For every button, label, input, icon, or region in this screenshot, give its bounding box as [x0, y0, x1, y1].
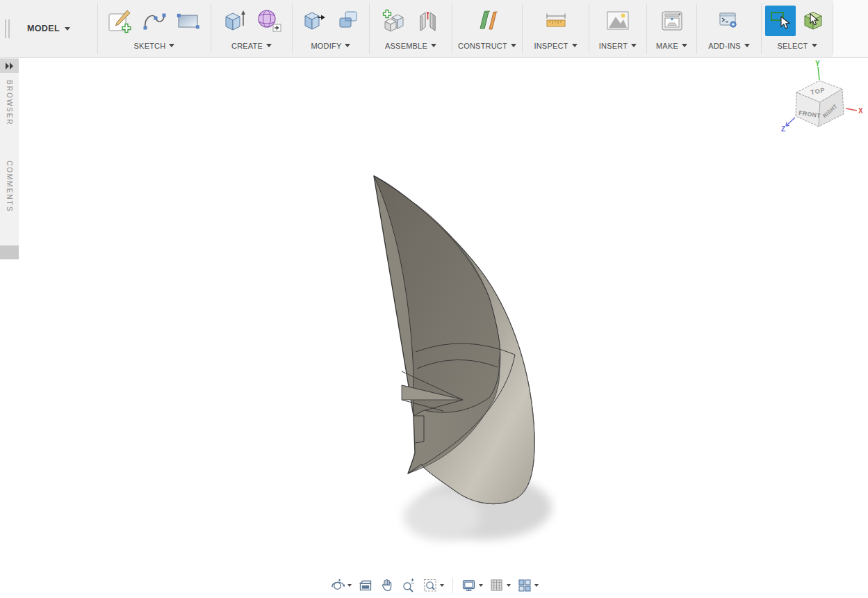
sketch-menu[interactable]: SKETCH: [130, 40, 179, 51]
window-select-icon[interactable]: [765, 6, 796, 36]
chevron-down-icon: [507, 584, 511, 587]
extrude-icon[interactable]: [219, 4, 251, 38]
chevron-down-icon: [682, 44, 687, 47]
navbar-separator: [452, 578, 453, 593]
insert-image-icon[interactable]: [602, 4, 634, 38]
offset-plane-icon[interactable]: [471, 4, 503, 38]
sidebar-tab-browser[interactable]: BROWSER: [6, 80, 13, 126]
chevron-down-icon: [347, 584, 352, 587]
chevron-down-icon: [65, 27, 70, 31]
workspace-label: MODEL: [27, 24, 60, 33]
workspace-dropdown[interactable]: MODEL: [23, 23, 74, 34]
chevron-down-icon: [744, 44, 750, 47]
viewport-canvas[interactable]: Y X Z TOP FRONT RIGHT: [0, 58, 868, 598]
sidebar-tab-comments[interactable]: COMMENTS: [6, 161, 13, 212]
select-menu[interactable]: SELECT: [773, 40, 821, 51]
toolbar-group-addins: ADD-INS: [697, 0, 761, 57]
axis-y-label: Y: [815, 60, 820, 67]
viewports-icon[interactable]: [515, 576, 541, 595]
chevron-down-icon: [534, 584, 539, 587]
two-point-rectangle-icon[interactable]: [172, 4, 204, 38]
toolbar-grip-handle[interactable]: [5, 19, 10, 38]
joint-icon[interactable]: [412, 4, 444, 38]
chevron-down-icon: [345, 44, 350, 47]
expand-panel-icon[interactable]: [0, 58, 19, 73]
toolbar-group-create: CREATE: [211, 0, 292, 57]
toolbar-group-make: MAKE: [647, 0, 696, 57]
spline-icon[interactable]: [138, 4, 170, 38]
make-menu[interactable]: MAKE: [652, 40, 691, 51]
insert-menu[interactable]: INSERT: [595, 40, 641, 51]
combine-icon[interactable]: [332, 4, 364, 38]
paint-select-icon[interactable]: [798, 4, 830, 38]
scripts-addins-icon[interactable]: [713, 4, 745, 38]
toolbar-group-construct: CONSTRUCT: [452, 0, 522, 57]
toolbar-group-select: SELECT: [762, 0, 833, 57]
addins-menu[interactable]: ADD-INS: [704, 40, 754, 51]
chevron-down-icon: [572, 44, 578, 47]
left-panel-strip: BROWSER COMMENTS: [0, 58, 19, 259]
workspace-switcher-area: MODEL: [0, 0, 97, 57]
chevron-down-icon: [479, 584, 483, 587]
toolbar-group-sketch: SKETCH: [98, 0, 211, 57]
grid-layout-icon[interactable]: [487, 576, 513, 595]
orbit-icon[interactable]: [328, 576, 354, 595]
chevron-down-icon: [266, 44, 272, 47]
toolbar-empty-space: [833, 0, 868, 57]
look-at-icon[interactable]: [356, 576, 375, 595]
toolbar-group-modify: MODIFY: [293, 0, 369, 57]
ribbon-toolbar: MODEL: [0, 0, 868, 58]
axis-x-label: X: [858, 107, 863, 115]
print-3d-icon[interactable]: [656, 4, 688, 38]
fit-icon[interactable]: [420, 576, 446, 595]
display-settings-icon[interactable]: [459, 576, 485, 595]
chevron-down-icon: [431, 44, 436, 47]
zoom-icon[interactable]: [399, 576, 418, 595]
chevron-down-icon: [440, 584, 444, 587]
axis-z-label: Z: [781, 125, 785, 133]
toolbar-group-inspect: INSPECT: [523, 0, 589, 57]
chevron-down-icon: [631, 44, 637, 47]
view-navigation-bar: [325, 575, 544, 596]
construct-menu[interactable]: CONSTRUCT: [454, 40, 521, 51]
model-interior-surface: [374, 176, 500, 416]
form-icon[interactable]: [253, 4, 285, 38]
panel-strip-footer: [0, 245, 19, 259]
toolbar-group-insert: INSERT: [589, 0, 646, 57]
chevron-down-icon: [511, 44, 516, 47]
pan-icon[interactable]: [377, 576, 397, 595]
press-pull-icon[interactable]: [298, 4, 330, 38]
view-cube[interactable]: Y X Z TOP FRONT RIGHT: [779, 59, 864, 143]
measure-icon[interactable]: [540, 4, 572, 38]
new-component-icon[interactable]: [378, 4, 410, 38]
chevron-down-icon: [169, 44, 174, 47]
modify-menu[interactable]: MODIFY: [307, 40, 355, 51]
create-menu[interactable]: CREATE: [227, 40, 276, 51]
toolbar-group-assemble: ASSEMBLE: [370, 0, 452, 57]
model-body[interactable]: [346, 165, 557, 559]
inspect-menu[interactable]: INSPECT: [530, 40, 581, 51]
assemble-menu[interactable]: ASSEMBLE: [381, 40, 441, 51]
chevron-down-icon: [812, 44, 817, 47]
create-sketch-icon[interactable]: [104, 4, 136, 38]
